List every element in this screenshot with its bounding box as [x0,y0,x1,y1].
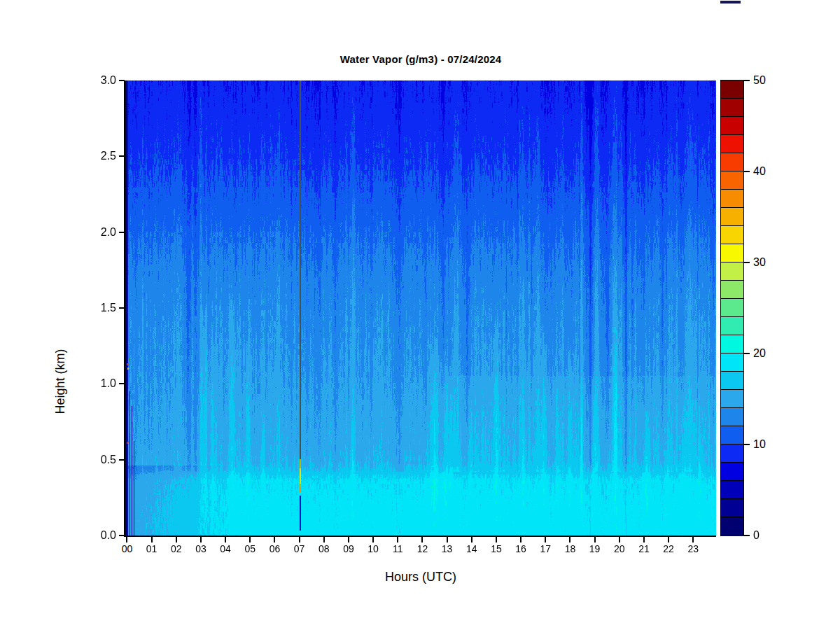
y-tick [119,535,125,536]
x-tick-label: 14 [460,543,484,554]
x-tick [200,537,202,542]
x-tick [692,537,694,542]
y-axis-title-text: Height (km) [53,349,68,414]
x-tick-label: 18 [558,543,582,554]
x-tick-label: 21 [632,543,656,554]
x-tick [348,537,349,542]
colorbar-cell [721,80,743,99]
x-tick [421,537,423,542]
x-tick-label: 11 [386,543,410,554]
x-tick-label: 17 [533,543,557,554]
chart-title: Water Vapor (g/m3) - 07/24/2024 [125,53,716,65]
colorbar-tick [744,171,750,172]
colorbar-cell [721,426,743,444]
colorbar-cell [721,390,743,408]
chart-figure: Water Vapor (g/m3) - 07/24/2024 Hours (U… [0,0,840,630]
colorbar-tick [744,262,750,263]
x-tick [249,537,251,542]
y-tick-label: 0.5 [74,454,116,466]
x-tick-label: 07 [288,543,312,554]
x-tick [545,537,546,542]
x-tick-label: 19 [583,543,607,554]
y-tick [119,383,125,384]
colorbar-cell [721,117,743,135]
x-tick [299,537,300,542]
y-tick-label: 2.5 [74,150,116,162]
x-tick [447,537,448,542]
colorbar-cell [721,99,743,117]
colorbar-tick [744,535,750,536]
colorbar-tick-label: 10 [753,438,781,451]
x-tick-label: 08 [312,543,336,554]
x-tick-label: 05 [238,543,262,554]
colorbar-tick-label: 0 [753,529,781,542]
x-tick [668,537,669,542]
colorbar-cell [721,135,743,153]
x-tick [176,537,177,542]
x-tick-label: 02 [164,543,188,554]
x-tick [594,537,596,542]
y-tick-label: 3.0 [74,74,116,87]
x-tick [126,537,127,542]
colorbar-cell [721,190,743,208]
colorbar-cell [721,244,743,262]
colorbar-cell [721,262,743,281]
x-tick [372,537,374,542]
colorbar-tick [744,80,750,81]
colorbar-cell [721,481,743,499]
colorbar-tick-label: 50 [753,74,781,87]
x-tick-label: 09 [337,543,360,554]
y-tick [119,80,125,81]
colorbar-cell [721,444,743,463]
x-tick-label: 22 [657,543,680,554]
colorbar-cell [721,153,743,172]
colorbar-cell [721,354,743,372]
x-tick-label: 23 [681,543,705,554]
x-axis-line [124,536,716,537]
colorbar-cell [721,226,743,244]
x-tick [323,537,325,542]
y-tick-label: 0.0 [74,529,116,542]
colorbar-cell [721,299,743,317]
x-tick-label: 13 [435,543,459,554]
x-tick [569,537,570,542]
x-tick [274,537,275,542]
x-tick-label: 01 [140,543,164,554]
y-tick-label: 1.5 [74,302,116,314]
x-tick [471,537,472,542]
colorbar-cell [721,335,743,354]
x-tick-label: 12 [410,543,434,554]
colorbar-cell [721,281,743,299]
colorbar-cell [721,317,743,335]
y-tick [119,459,125,461]
y-tick [119,155,125,157]
colorbar-tick-label: 20 [753,347,781,360]
y-tick-label: 1.0 [74,377,116,390]
x-tick [225,537,226,542]
x-tick-label: 03 [189,543,213,554]
x-tick-label: 15 [484,543,508,554]
colorbar-cell [721,499,743,517]
colorbar-cell [721,208,743,226]
x-tick [397,537,398,542]
colorbar-tick-label: 30 [753,256,781,269]
y-tick [119,232,125,233]
x-tick [520,537,522,542]
top-edge-artifact [720,1,741,4]
y-axis-line [124,80,125,537]
x-tick [151,537,153,542]
x-tick-label: 00 [115,543,139,554]
heatmap-canvas [125,80,716,536]
x-tick-label: 04 [214,543,237,554]
x-tick-label: 10 [361,543,385,554]
colorbar-tick [744,444,750,445]
colorbar-cell [721,463,743,481]
x-axis-title: Hours (UTC) [125,570,716,584]
colorbar-cell [721,372,743,390]
y-tick-label: 2.0 [74,226,116,239]
x-tick [643,537,645,542]
x-tick-label: 16 [509,543,533,554]
colorbar-cell [721,172,743,190]
colorbar-cell [721,408,743,426]
colorbar-tick [744,353,750,354]
